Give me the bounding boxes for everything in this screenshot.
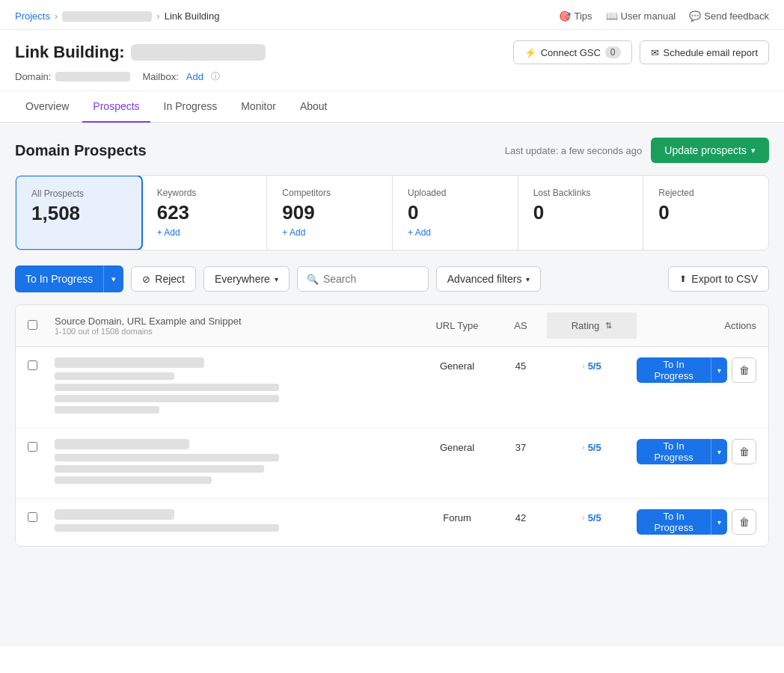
row1-delete-button[interactable]: 🗑	[732, 357, 756, 383]
row1-to-in-progress-button[interactable]: To In Progress ▾	[637, 357, 727, 383]
row1-rating: › 5/5	[547, 357, 637, 372]
export-icon: ⬆	[679, 274, 687, 284]
row3-action-dropdown-icon[interactable]: ▾	[711, 509, 727, 535]
rating-sort-icon[interactable]: ⇅	[605, 321, 612, 331]
card-all-label: All Prospects	[31, 188, 126, 199]
card-rejected-label: Rejected	[658, 188, 753, 198]
mailbox-add-link[interactable]: Add	[186, 71, 203, 82]
row3-urltype: Forum	[420, 509, 494, 523]
row2-action-dropdown-icon[interactable]: ▾	[711, 439, 727, 464]
card-uploaded-add[interactable]: + Add	[408, 227, 503, 238]
card-competitors-label: Competitors	[282, 188, 377, 198]
to-in-progress-label: To In Progress	[15, 266, 103, 292]
mailbox-info-icon[interactable]: ⓘ	[211, 70, 220, 83]
to-in-progress-dropdown-icon[interactable]: ▾	[104, 268, 123, 291]
connect-gsc-button[interactable]: ⚡ Connect GSC 0	[513, 40, 632, 64]
table-header-row: Source Domain, URL Example and Snippet 1…	[16, 305, 768, 347]
card-competitors-value: 909	[282, 201, 377, 224]
row2-delete-button[interactable]: 🗑	[732, 439, 756, 464]
row1-action-dropdown-icon[interactable]: ▾	[711, 357, 727, 383]
header-checkbox-col	[28, 320, 55, 332]
card-lost-backlinks[interactable]: Lost Backlinks 0	[518, 176, 644, 250]
row3-to-in-progress-button[interactable]: To In Progress ▾	[637, 509, 727, 535]
export-label: Export to CSV	[691, 273, 758, 285]
tab-overview[interactable]: Overview	[15, 91, 79, 123]
feedback-icon: 💬	[689, 10, 701, 22]
rating-col-label: Rating	[572, 320, 600, 331]
title-pill	[131, 44, 266, 61]
row2-urltype: General	[420, 439, 494, 453]
card-lost-label: Lost Backlinks	[533, 188, 628, 198]
header-rating-col: Rating ⇅	[547, 313, 637, 339]
reject-button[interactable]: ⊘ Reject	[131, 266, 196, 292]
card-all-prospects[interactable]: All Prospects 1,508	[15, 175, 143, 251]
send-feedback-link[interactable]: 💬 Send feedback	[689, 10, 769, 22]
card-uploaded[interactable]: Uploaded 0 + Add	[393, 176, 518, 250]
source-col-label: Source Domain, URL Example and Snippet	[55, 316, 420, 327]
advanced-filters-button[interactable]: Advanced filters ▾	[436, 266, 542, 292]
card-keywords-value: 623	[157, 201, 252, 224]
row1-rating-chevron-icon: ›	[582, 362, 584, 370]
row3-checkbox-col	[28, 509, 55, 524]
row2-rating-chevron-icon: ›	[582, 443, 584, 452]
card-competitors[interactable]: Competitors 909 + Add	[267, 176, 393, 250]
reject-icon: ⊘	[142, 274, 150, 285]
row2-rating-value: 5/5	[588, 442, 601, 453]
everywhere-label: Everywhere	[215, 273, 270, 285]
source-col-sub: 1-100 out of 1508 domains	[55, 327, 420, 336]
gsc-badge: 0	[605, 46, 621, 58]
schedule-email-button[interactable]: ✉ Schedule email report	[640, 40, 769, 64]
card-rejected[interactable]: Rejected 0	[643, 176, 768, 250]
select-all-checkbox[interactable]	[28, 320, 37, 330]
row2-line1-skeleton	[55, 454, 279, 461]
projects-link[interactable]: Projects	[15, 10, 50, 22]
tab-monitor[interactable]: Monitor	[230, 91, 287, 123]
update-prospects-button[interactable]: Update prospects ▾	[651, 138, 769, 163]
domain-row: Domain: Mailbox: Add ⓘ	[15, 70, 769, 83]
row3-checkbox[interactable]	[28, 512, 37, 522]
row1-actions: To In Progress ▾ 🗑	[637, 357, 756, 383]
tab-inprogress[interactable]: In Progress	[153, 91, 228, 123]
row3-rating-value: 5/5	[588, 512, 601, 523]
row3-delete-button[interactable]: 🗑	[732, 509, 756, 535]
update-label: Update prospects	[664, 144, 747, 156]
tab-about[interactable]: About	[290, 91, 338, 123]
tips-link[interactable]: 🎯 Tips	[559, 10, 592, 22]
user-manual-link[interactable]: 📖 User manual	[606, 10, 676, 22]
export-csv-button[interactable]: ⬆ Export to CSV	[668, 266, 769, 292]
card-keywords[interactable]: Keywords 623 + Add	[142, 176, 268, 250]
advanced-filters-chevron-icon: ▾	[526, 275, 530, 283]
row2-domain-skeleton	[55, 439, 189, 449]
card-keywords-add[interactable]: + Add	[157, 227, 252, 238]
row3-rating: › 5/5	[547, 509, 637, 523]
everywhere-chevron-icon: ▾	[275, 275, 278, 283]
everywhere-dropdown[interactable]: Everywhere ▾	[203, 266, 290, 292]
row1-checkbox[interactable]	[28, 360, 37, 370]
row2-line2-skeleton	[55, 465, 264, 473]
tab-prospects[interactable]: Prospects	[82, 91, 150, 123]
search-input[interactable]	[323, 273, 419, 285]
search-icon: 🔍	[307, 274, 319, 285]
header-as-col: AS	[494, 320, 547, 331]
card-lost-value: 0	[533, 201, 628, 224]
mailbox-label: Mailbox:	[142, 71, 178, 82]
card-rejected-value: 0	[658, 201, 753, 224]
row1-source-col	[55, 357, 420, 417]
main-content: Domain Prospects Last update: a few seco…	[0, 123, 784, 646]
last-update: Last update: a few seconds ago	[505, 145, 643, 156]
to-in-progress-button[interactable]: To In Progress ▾	[15, 265, 123, 292]
schedule-email-label: Schedule email report	[664, 47, 758, 58]
row1-domain-skeleton	[55, 357, 204, 368]
reject-label: Reject	[155, 273, 185, 285]
row3-source-col	[55, 509, 420, 535]
row2-checkbox[interactable]	[28, 442, 37, 452]
row2-rating: › 5/5	[547, 439, 637, 453]
section-meta: Last update: a few seconds ago Update pr…	[505, 138, 769, 163]
card-competitors-add[interactable]: + Add	[282, 227, 377, 238]
row1-trash-icon: 🗑	[739, 364, 750, 376]
connect-gsc-label: Connect GSC	[541, 47, 601, 58]
mail-icon: ✉	[651, 47, 659, 58]
table-row: General 37 › 5/5 To In Progress ▾ 🗑	[16, 428, 768, 499]
row1-checkbox-col	[28, 357, 55, 372]
row2-to-in-progress-button[interactable]: To In Progress ▾	[637, 439, 727, 464]
